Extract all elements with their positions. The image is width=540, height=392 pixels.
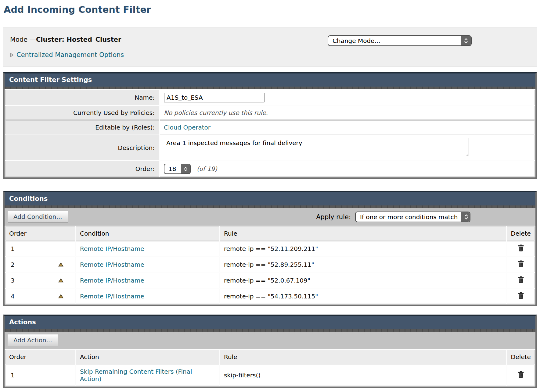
editable-label: Editable by (Roles): [5, 120, 159, 134]
condition-rule: remote-ip == "52.89.255.11" [220, 257, 506, 272]
up-triangle-icon[interactable] [58, 294, 63, 298]
panel-texture-band [5, 205, 535, 208]
condition-rule: remote-ip == "52.0.67.109" [220, 273, 506, 288]
settings-row-editable: Editable by (Roles): Cloud Operator [5, 120, 535, 134]
condition-row: 4 Remote IP/Hostname remote-ip == "54.17… [5, 289, 535, 304]
action-row: 1 Skip Remaining Content Filters (Final … [5, 365, 535, 386]
col-condition: Condition [76, 226, 219, 241]
mode-separator: — [30, 36, 36, 43]
actions-toolbar: Add Action... [5, 332, 535, 349]
up-triangle-icon[interactable] [58, 262, 63, 267]
add-condition-button[interactable]: Add Condition... [8, 211, 68, 223]
panel-texture-band [5, 329, 535, 332]
condition-row: 3 Remote IP/Hostname remote-ip == "52.0.… [5, 273, 535, 288]
trash-icon[interactable] [518, 276, 524, 283]
settings-row-description: Description: Area 1 inspected messages f… [5, 135, 535, 160]
settings-row-name: Name: [5, 90, 535, 105]
right-triangle-icon [10, 53, 14, 57]
trash-icon[interactable] [518, 260, 524, 267]
description-input[interactable]: Area 1 inspected messages for final deli… [164, 138, 469, 156]
description-label: Description: [5, 135, 159, 160]
actions-panel: Actions Add Action... Order Action Rule … [3, 315, 537, 388]
name-input[interactable] [164, 93, 265, 102]
action-link[interactable]: Skip Remaining Content Filters (Final Ac… [80, 368, 192, 383]
trash-icon[interactable] [518, 371, 524, 378]
conditions-table: Order Condition Rule Delete 1 Remote IP/… [5, 226, 535, 305]
conditions-panel: Conditions Add Condition... Apply rule: … [3, 191, 537, 306]
col-delete: Delete [507, 226, 535, 241]
conditions-table-head: Order Condition Rule Delete [5, 226, 535, 241]
up-down-chevron-icon [461, 212, 470, 222]
condition-order: 4 [11, 293, 15, 300]
settings-table: Name: Currently Used by Policies: No pol… [5, 89, 535, 177]
conditions-toolbar: Add Condition... Apply rule: If one or m… [5, 208, 535, 226]
action-rule: skip-filters() [220, 365, 506, 386]
condition-link[interactable]: Remote IP/Hostname [80, 293, 144, 300]
add-incoming-content-filter-page: Add Incoming Content Filter Mode —Cluste… [0, 0, 540, 392]
content-filter-settings-header: Content Filter Settings [5, 73, 535, 87]
action-order: 1 [11, 372, 15, 379]
centralized-management-row: Centralized Management Options [10, 51, 530, 59]
apply-rule-label: Apply rule: [316, 213, 351, 221]
editable-roles-link[interactable]: Cloud Operator [164, 124, 211, 131]
condition-order: 3 [11, 277, 15, 284]
name-label: Name: [5, 90, 159, 105]
mode-value: Cluster: Hosted_Cluster [36, 36, 121, 43]
mode-label: Mode [10, 36, 27, 43]
up-triangle-icon[interactable] [58, 278, 63, 283]
col-order: Order [5, 226, 75, 241]
settings-row-policies: Currently Used by Policies: No policies … [5, 106, 535, 120]
apply-rule-group: Apply rule: If one or more conditions ma… [316, 212, 532, 222]
change-mode-select[interactable]: Change Mode... [328, 35, 472, 46]
condition-row: 2 Remote IP/Hostname remote-ip == "52.89… [5, 257, 535, 272]
col-rule: Rule [220, 226, 506, 241]
condition-rule: remote-ip == "52.11.209.211" [220, 241, 506, 256]
order-total: (of 19) [197, 165, 217, 173]
policies-value: No policies currently use this rule. [164, 109, 268, 116]
apply-rule-select[interactable]: If one or more conditions match [355, 212, 470, 222]
trash-icon[interactable] [518, 244, 524, 251]
panel-texture-band [5, 87, 535, 89]
change-mode-selected-option: Change Mode... [333, 37, 380, 45]
up-down-chevron-icon [461, 36, 471, 45]
condition-link[interactable]: Remote IP/Hostname [80, 245, 144, 252]
mode-panel: Mode —Cluster: Hosted_Cluster Change Mod… [3, 27, 537, 67]
centralized-management-link[interactable]: Centralized Management Options [16, 51, 124, 59]
add-action-button[interactable]: Add Action... [8, 334, 58, 346]
actions-table-head: Order Action Rule Delete [5, 350, 535, 364]
apply-rule-selected-option: If one or more conditions match [360, 213, 458, 221]
content-filter-settings-panel: Content Filter Settings Name: Currently … [3, 72, 537, 179]
order-select[interactable]: 18 [164, 164, 191, 174]
actions-header: Actions [5, 316, 535, 329]
condition-order: 2 [11, 261, 15, 268]
col-rule: Rule [220, 350, 506, 364]
order-label: Order: [5, 161, 159, 177]
conditions-header: Conditions [5, 192, 535, 205]
condition-link[interactable]: Remote IP/Hostname [80, 261, 144, 268]
condition-rule: remote-ip == "54.173.50.115" [220, 289, 506, 304]
actions-table: Order Action Rule Delete 1 Skip Remainin… [5, 349, 535, 387]
policies-label: Currently Used by Policies: [5, 106, 159, 120]
order-selected-value: 18 [168, 165, 176, 173]
page-title: Add Incoming Content Filter [4, 4, 540, 15]
col-action: Action [76, 350, 219, 364]
condition-order: 1 [11, 245, 15, 252]
settings-row-order: Order: 18 (of 19) [5, 161, 535, 177]
trash-icon[interactable] [518, 292, 524, 299]
up-down-chevron-icon [181, 164, 190, 173]
condition-row: 1 Remote IP/Hostname remote-ip == "52.11… [5, 241, 535, 256]
col-delete: Delete [507, 350, 535, 364]
col-order: Order [5, 350, 75, 364]
condition-link[interactable]: Remote IP/Hostname [80, 277, 144, 284]
